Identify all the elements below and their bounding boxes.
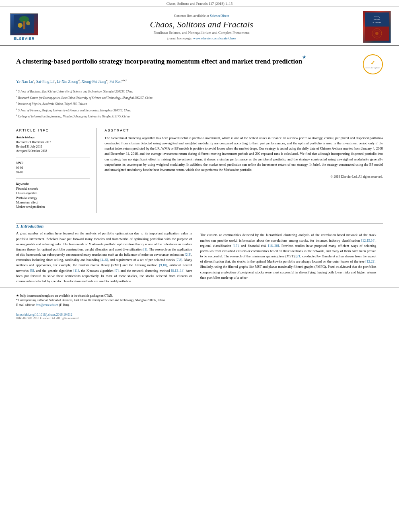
- info-divider-1: [16, 158, 90, 158]
- journal-citation: Chaos, Solitons and Fractals 117 (2018) …: [167, 2, 232, 6]
- affiliation-c: c Institute of Physics, Academia Sinica,…: [16, 101, 383, 107]
- paper-title-text: A clustering-based portfolio strategy in…: [16, 54, 363, 69]
- ref-7b[interactable]: [7]: [115, 269, 119, 273]
- contents-available: Contents lists available at ScienceDirec…: [48, 14, 355, 18]
- svg-text:& Fractals: & Fractals: [373, 21, 381, 23]
- ref-12-15-16[interactable]: [12,15,16]: [361, 238, 375, 242]
- info-divider-2: [16, 179, 90, 179]
- ref-21[interactable]: [21]: [296, 254, 301, 258]
- ref-2-3[interactable]: [2,3]: [185, 253, 191, 257]
- author-li[interactable]: Sai-Ping Li: [36, 80, 54, 84]
- affiliation-e: e College of Information Engineering, Ni…: [16, 113, 383, 119]
- ref-9-10[interactable]: [9,10]: [159, 263, 167, 267]
- sciencedirect-link[interactable]: ScienceDirect: [210, 14, 229, 18]
- section1-para2: The clusters or communities detected by …: [200, 232, 376, 280]
- author-jiang[interactable]: Xiong-Fei Jiang: [82, 80, 106, 84]
- journal-citation-bar: Chaos, Solitons and Fractals 117 (2018) …: [0, 0, 399, 7]
- cover-text: Chaos, Solitons & Fractals: [364, 11, 390, 43]
- ref-8-12-14[interactable]: [8,12–14]: [171, 269, 184, 273]
- footnotes-area: ★ Fully documented templates are availab…: [0, 287, 399, 310]
- author-zhong[interactable]: Li-Xin Zhong: [57, 80, 78, 84]
- paper-content-area: A clustering-based portfolio strategy in…: [0, 46, 399, 223]
- journal-homepage: journal homepage: www.elsevier.com/locat…: [48, 36, 355, 40]
- paper-title: A clustering-based portfolio strategy in…: [16, 54, 357, 66]
- ref-18-20[interactable]: [18–20]: [268, 244, 279, 248]
- author-lu[interactable]: Ya-Nan Lu: [16, 80, 33, 84]
- email-footnote: E-mail address: fren@ecust.edu.cn (F. Re…: [16, 303, 383, 307]
- accepted-date: Accepted 5 October 2018: [16, 149, 90, 153]
- svg-point-12: [375, 32, 378, 35]
- keyword-1: Financial network: [16, 187, 90, 191]
- section1-para1: A great number of studies have focused o…: [16, 231, 192, 284]
- keywords-list: Financial network Cluster algorithm Port…: [16, 187, 90, 209]
- history-label: Article history:: [16, 136, 90, 139]
- abstract-panel: ABSTRACT The hierarchical clustering alg…: [105, 128, 383, 214]
- msc-codes: 00-01 99-00: [16, 166, 90, 175]
- affiliation-a: a School of Business, East China Univers…: [16, 88, 383, 94]
- keyword-2: Cluster algorithm: [16, 191, 90, 195]
- keyword-4: Momentum effect: [16, 200, 90, 205]
- elsevier-logo-image: [10, 13, 38, 35]
- authors-line: Ya-Nan Lua, Sai-Ping Lic, Li-Xin Zhongd,…: [16, 78, 383, 85]
- journal-subtitle: Nonlinear Science, and Nonequilibrium an…: [48, 31, 355, 35]
- keyword-5: Market trend prediction: [16, 205, 90, 209]
- elsevier-logo-area: ELSEVIER: [8, 13, 40, 41]
- article-info-heading: ARTICLE INFO: [16, 128, 90, 132]
- abstract-text: The hierarchical clustering algorithm ha…: [105, 136, 383, 173]
- column-left: 1. Introduction A great number of studie…: [16, 224, 192, 287]
- affiliations: a School of Business, East China Univers…: [16, 88, 383, 119]
- elsevier-wordmark: ELSEVIER: [14, 37, 35, 41]
- ref-11[interactable]: [11]: [73, 269, 79, 273]
- section1-heading: 1. Introduction: [16, 224, 192, 228]
- revised-date: Revised 31 July 2018: [16, 144, 90, 149]
- keywords-section: Keywords: Financial network Cluster algo…: [16, 182, 90, 209]
- affiliation-b: b Research Center for Econophysics, East…: [16, 94, 383, 101]
- issn-line: 0960-0779/© 2018 Elsevier Ltd. All right…: [16, 316, 383, 320]
- ref-7-8[interactable]: [7,8]: [176, 258, 182, 262]
- affiliation-d: d School of Finance, Zhejiang University…: [16, 107, 383, 113]
- body-two-column: 1. Introduction A great number of studie…: [0, 224, 399, 287]
- paper-title-section: A clustering-based portfolio strategy in…: [16, 54, 383, 74]
- keywords-label: Keywords:: [16, 182, 90, 186]
- title-star-link[interactable]: ★: [302, 56, 306, 62]
- column-right: The clusters or communities detected by …: [200, 224, 376, 287]
- doi-area: https://doi.org/10.1016/j.chaos.2018.10.…: [0, 310, 399, 321]
- copyright-line: © 2018 Elsevier Ltd. All rights reserved…: [105, 175, 383, 179]
- svg-point-3: [18, 23, 23, 28]
- ref-1[interactable]: [1]: [143, 247, 147, 251]
- msc-label: MSC:: [16, 161, 90, 165]
- msc-section: MSC: 00-01 99-00: [16, 161, 90, 175]
- journal-header: ELSEVIER Contents lists available at Sci…: [0, 7, 399, 46]
- received-date: Received 21 December 2017: [16, 140, 90, 144]
- doi-link[interactable]: https://doi.org/10.1016/j.chaos.2018.10.…: [16, 313, 72, 316]
- article-info-panel: ARTICLE INFO Article history: Received 2…: [16, 128, 97, 214]
- article-info-abstract-section: ARTICLE INFO Article history: Received 2…: [16, 124, 383, 214]
- ref-5[interactable]: [5]: [30, 269, 34, 273]
- homepage-link[interactable]: www.elsevier.com/locate/chaos: [193, 36, 236, 40]
- ref-4-6[interactable]: [4–6]: [101, 258, 108, 262]
- star-footnote: ★ Fully documented templates are availab…: [16, 294, 383, 298]
- check-for-updates-badge: ✓ Check for updates: [363, 54, 383, 74]
- ref-17[interactable]: [17]: [233, 244, 239, 248]
- footnote-divider: [16, 291, 383, 291]
- svg-text:Solitons: Solitons: [374, 18, 380, 21]
- svg-point-4: [26, 21, 30, 25]
- keyword-3: Portfolio strategy: [16, 196, 90, 200]
- abstract-heading: ABSTRACT: [105, 128, 383, 132]
- journal-title-center: Contents lists available at ScienceDirec…: [40, 14, 363, 40]
- article-history-section: Article history: Received 21 December 20…: [16, 136, 90, 154]
- ref-12-22[interactable]: [12,22]: [366, 259, 376, 263]
- svg-rect-2: [23, 21, 25, 29]
- journal-cover-image: Chaos, Solitons & Fractals: [363, 11, 391, 43]
- journal-name: Chaos, Solitons and Fractals: [48, 19, 355, 30]
- email-link[interactable]: fren@ecust.edu.cn: [36, 303, 58, 307]
- author-ren[interactable]: Fei Ren: [109, 80, 121, 84]
- corresponding-footnote: * Corresponding author at: School of Bus…: [16, 298, 383, 302]
